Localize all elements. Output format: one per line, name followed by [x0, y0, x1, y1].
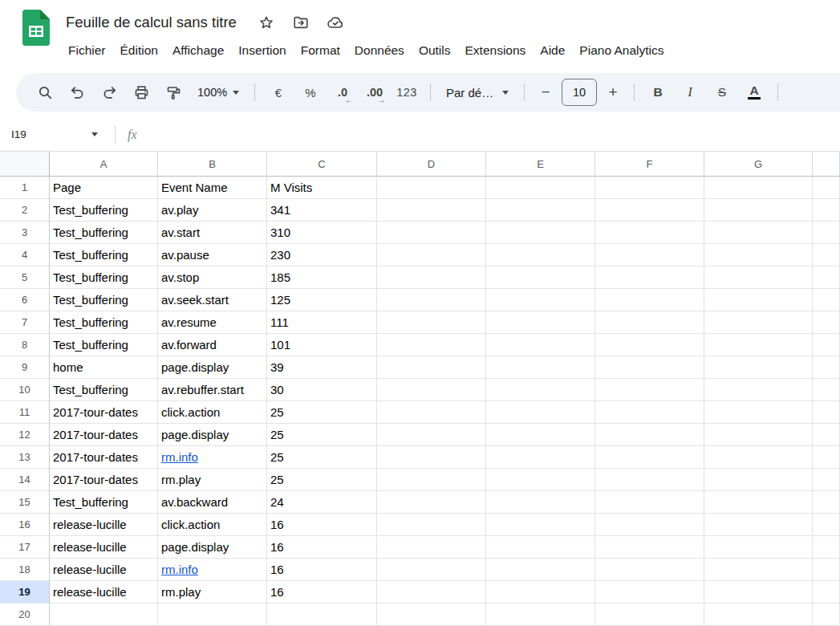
menu-extensions[interactable]: Extensions: [458, 39, 534, 63]
cell-C20[interactable]: [267, 604, 377, 626]
cell-A3[interactable]: Test_buffering: [50, 222, 158, 244]
row-header-14[interactable]: 14: [0, 469, 50, 491]
cell-A18[interactable]: release-lucille: [50, 559, 158, 581]
cell-H13-partial[interactable]: [813, 446, 840, 469]
cell-B1[interactable]: Event Name: [158, 177, 267, 199]
column-header-F[interactable]: F: [595, 152, 704, 177]
cell-A7[interactable]: Test_buffering: [50, 311, 158, 334]
cell-D10[interactable]: [377, 379, 486, 401]
cell-A1[interactable]: Page: [50, 177, 158, 199]
cell-F9[interactable]: [595, 356, 704, 379]
cell-G5[interactable]: [704, 266, 813, 289]
cell-F5[interactable]: [595, 266, 704, 289]
cell-F2[interactable]: [595, 199, 704, 222]
cell-E9[interactable]: [486, 356, 595, 379]
cell-A9[interactable]: home: [50, 356, 158, 379]
cell-C6[interactable]: 125: [267, 289, 377, 311]
cell-B6[interactable]: av.seek.start: [158, 289, 267, 311]
cell-D18[interactable]: [377, 559, 486, 581]
cell-F14[interactable]: [595, 469, 704, 491]
cell-H2-partial[interactable]: [813, 199, 840, 222]
increase-decimal-button[interactable]: .00 →: [359, 76, 391, 108]
menu-outils[interactable]: Outils: [412, 39, 458, 63]
row-header-1[interactable]: 1: [0, 177, 50, 199]
cell-E3[interactable]: [486, 222, 595, 244]
cell-E12[interactable]: [486, 424, 595, 446]
cell-B7[interactable]: av.resume: [158, 311, 267, 334]
cell-A12[interactable]: 2017-tour-dates: [50, 424, 158, 446]
cell-E11[interactable]: [486, 401, 595, 424]
cell-H5-partial[interactable]: [813, 266, 840, 289]
cell-F10[interactable]: [595, 379, 704, 401]
cell-B11[interactable]: click.action: [158, 401, 267, 424]
text-color-button[interactable]: A: [738, 76, 770, 108]
cell-D4[interactable]: [377, 244, 486, 266]
cell-D5[interactable]: [377, 266, 486, 289]
cell-D19[interactable]: [377, 581, 486, 604]
cell-G6[interactable]: [704, 289, 813, 311]
cell-H17-partial[interactable]: [813, 536, 840, 559]
cell-E19[interactable]: [486, 581, 595, 604]
cell-E2[interactable]: [486, 199, 595, 222]
row-header-7[interactable]: 7: [0, 311, 50, 334]
row-header-6[interactable]: 6: [0, 289, 50, 311]
cell-E4[interactable]: [486, 244, 595, 266]
cell-H1-partial[interactable]: [813, 177, 840, 199]
row-header-18[interactable]: 18: [0, 559, 50, 581]
cell-G1[interactable]: [704, 177, 813, 199]
cell-A20[interactable]: [50, 604, 158, 626]
cell-H15-partial[interactable]: [813, 491, 840, 514]
cell-D14[interactable]: [377, 469, 486, 491]
cell-D20[interactable]: [377, 604, 486, 626]
cell-E1[interactable]: [486, 177, 595, 199]
cell-B8[interactable]: av.forward: [158, 334, 267, 356]
cell-H16-partial[interactable]: [813, 514, 840, 536]
cell-H10-partial[interactable]: [813, 379, 840, 401]
cell-G13[interactable]: [704, 446, 813, 469]
cell-G10[interactable]: [704, 379, 813, 401]
cell-A5[interactable]: Test_buffering: [50, 266, 158, 289]
cell-H9-partial[interactable]: [813, 356, 840, 379]
cell-G7[interactable]: [704, 311, 813, 334]
row-header-3[interactable]: 3: [0, 222, 50, 244]
column-header-B[interactable]: B: [158, 152, 267, 177]
cell-C14[interactable]: 25: [267, 469, 377, 491]
cell-A16[interactable]: release-lucille: [50, 514, 158, 536]
cell-A10[interactable]: Test_buffering: [50, 379, 158, 401]
increase-font-size-button[interactable]: +: [599, 76, 627, 108]
cell-B19[interactable]: rm.play: [158, 581, 267, 604]
cell-B15[interactable]: av.backward: [158, 491, 267, 514]
cell-B4[interactable]: av.pause: [158, 244, 267, 266]
cell-B10[interactable]: av.rebuffer.start: [158, 379, 267, 401]
cell-G11[interactable]: [704, 401, 813, 424]
cell-B5[interactable]: av.stop: [158, 266, 267, 289]
cell-B3[interactable]: av.start: [158, 222, 267, 244]
formula-input[interactable]: [152, 118, 840, 151]
cell-F15[interactable]: [595, 491, 704, 514]
cell-H12-partial[interactable]: [813, 424, 840, 446]
row-header-9[interactable]: 9: [0, 356, 50, 379]
cell-B13[interactable]: rm.info: [158, 446, 267, 469]
menu-aide[interactable]: Aide: [533, 39, 572, 63]
menu--dition[interactable]: Édition: [113, 39, 165, 63]
column-header-A[interactable]: A: [50, 152, 158, 177]
cell-C3[interactable]: 310: [267, 222, 377, 244]
cell-B12[interactable]: page.display: [158, 424, 267, 446]
name-box[interactable]: I19: [0, 118, 106, 151]
cell-C5[interactable]: 185: [267, 266, 377, 289]
cell-B17[interactable]: page.display: [158, 536, 267, 559]
select-all-corner[interactable]: [0, 152, 50, 177]
cell-F12[interactable]: [595, 424, 704, 446]
cell-C9[interactable]: 39: [267, 356, 377, 379]
cell-D15[interactable]: [377, 491, 486, 514]
cell-A2[interactable]: Test_buffering: [50, 199, 158, 222]
cell-E16[interactable]: [486, 514, 595, 536]
cell-C10[interactable]: 30: [267, 379, 377, 401]
cell-C13[interactable]: 25: [267, 446, 377, 469]
cell-A8[interactable]: Test_buffering: [50, 334, 158, 356]
font-size-input[interactable]: 10: [562, 79, 597, 106]
cell-F20[interactable]: [595, 604, 704, 626]
cell-D1[interactable]: [377, 177, 486, 199]
cell-H11-partial[interactable]: [813, 401, 840, 424]
cell-G15[interactable]: [704, 491, 813, 514]
